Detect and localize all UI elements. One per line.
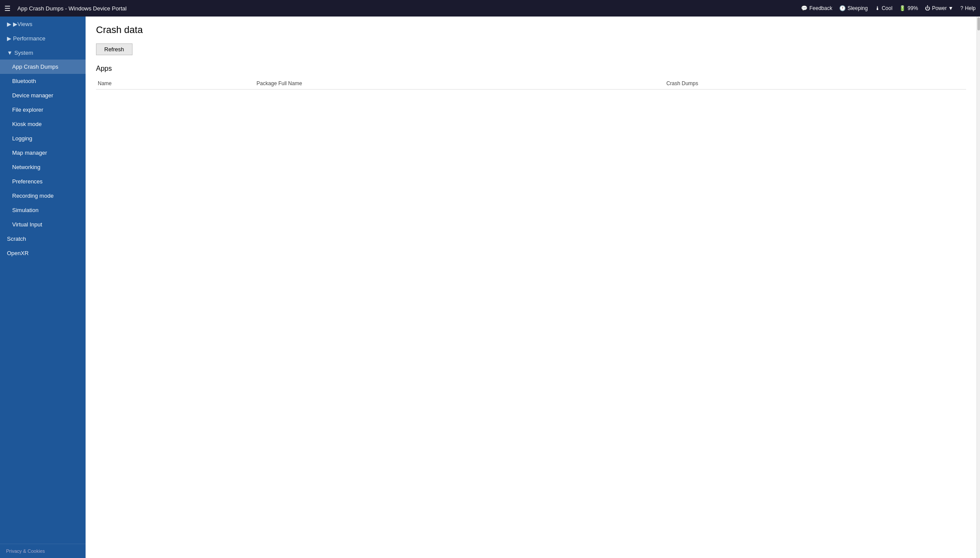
topbar-title: App Crash Dumps - Windows Device Portal (17, 5, 797, 12)
scrollbar[interactable] (977, 17, 980, 558)
main-layout: ◀ ▶ ▶Views ▶ Performance ▼ System App Cr… (0, 17, 980, 558)
page-title: Crash data (96, 24, 966, 36)
col-name: Name (96, 78, 255, 90)
topbar-right: 💬 Feedback 🕐 Sleeping 🌡 Cool 🔋 99% ⏻ Pow… (801, 5, 976, 11)
apps-table: Name Package Full Name Crash Dumps (96, 78, 966, 90)
sidebar-item-file-explorer[interactable]: File explorer (0, 103, 86, 117)
sidebar-item-recording-mode[interactable]: Recording mode (0, 189, 86, 203)
sleeping-status: 🕐 Sleeping (839, 5, 868, 11)
performance-arrow-icon: ▶ (7, 35, 11, 42)
sidebar-item-map-manager[interactable]: Map manager (0, 146, 86, 160)
sidebar-item-networking[interactable]: Networking (0, 160, 86, 174)
sidebar-item-simulation[interactable]: Simulation (0, 203, 86, 217)
sidebar-item-logging[interactable]: Logging (0, 131, 86, 146)
topbar: ☰ App Crash Dumps - Windows Device Porta… (0, 0, 980, 17)
power-button[interactable]: ⏻ Power ▼ (925, 5, 953, 11)
sidebar-section-views[interactable]: ▶ ▶Views (0, 17, 86, 31)
feedback-button[interactable]: 💬 Feedback (801, 5, 832, 11)
sidebar-item-device-manager[interactable]: Device manager (0, 88, 86, 103)
content-inner: Crash data Refresh Apps Name Package Ful… (86, 17, 977, 558)
cool-status: 🌡 Cool (875, 5, 893, 11)
col-crash-dumps: Crash Dumps (665, 78, 966, 90)
col-package-full-name: Package Full Name (255, 78, 665, 90)
help-button[interactable]: ? Help (960, 5, 976, 11)
system-arrow-icon: ▼ (7, 50, 13, 56)
views-arrow-icon: ▶ (7, 21, 11, 27)
menu-icon[interactable]: ☰ (4, 4, 10, 13)
sidebar-item-kiosk-mode[interactable]: Kiosk mode (0, 117, 86, 131)
sidebar-item-app-crash-dumps[interactable]: App Crash Dumps (0, 60, 86, 74)
sidebar-section-system[interactable]: ▼ System (0, 45, 86, 60)
scrollbar-thumb (977, 17, 980, 30)
apps-section-title: Apps (96, 65, 966, 73)
sidebar-item-virtual-input[interactable]: Virtual Input (0, 217, 86, 232)
refresh-button[interactable]: Refresh (96, 43, 132, 55)
content-area: Crash data Refresh Apps Name Package Ful… (86, 17, 977, 558)
table-header-row: Name Package Full Name Crash Dumps (96, 78, 966, 90)
sidebar-item-openxr[interactable]: OpenXR (0, 246, 86, 260)
sidebar-footer[interactable]: Privacy & Cookies (0, 544, 86, 558)
sidebar-section-performance[interactable]: ▶ Performance (0, 31, 86, 45)
sidebar-item-scratch[interactable]: Scratch (0, 232, 86, 246)
sidebar-item-bluetooth[interactable]: Bluetooth (0, 74, 86, 88)
sidebar: ◀ ▶ ▶Views ▶ Performance ▼ System App Cr… (0, 17, 86, 558)
battery-status: 🔋 99% (899, 5, 918, 11)
sidebar-item-preferences[interactable]: Preferences (0, 174, 86, 189)
